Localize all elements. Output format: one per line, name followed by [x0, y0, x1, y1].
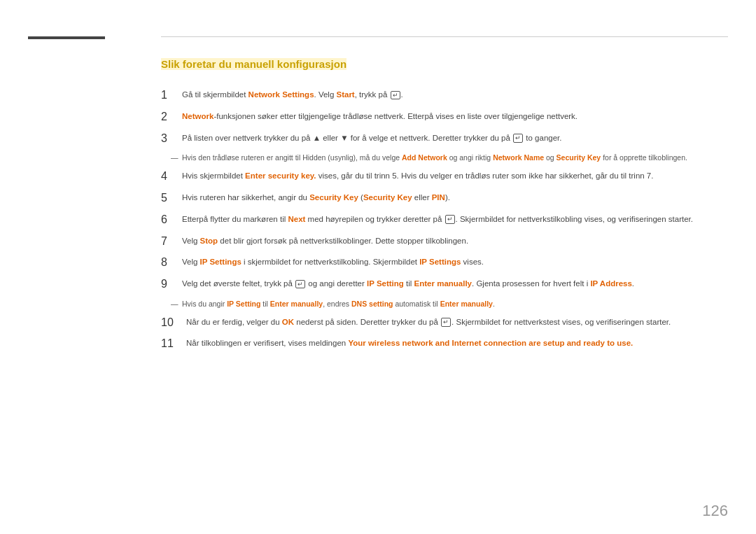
step-2: 2 Network-funksjonen søker etter tilgjen… — [161, 110, 728, 125]
step-7: 7 Velg Stop det blir gjort forsøk på net… — [161, 234, 728, 249]
top-line — [161, 36, 728, 37]
step-5-number: 5 — [161, 191, 182, 206]
step-7-number: 7 — [161, 234, 182, 249]
step-10: 10 Når du er ferdig, velger du OK neders… — [161, 316, 728, 330]
step-9: 9 Velg det øverste feltet, trykk på ↵ og… — [161, 277, 728, 292]
step-4-number: 4 — [161, 169, 182, 184]
step-1-content: Gå til skjermbildet Network Settings. Ve… — [182, 88, 728, 101]
step-3-number: 3 — [161, 132, 182, 146]
page-container: Slik foretar du manuell konfigurasjon 1 … — [0, 0, 756, 534]
step-9-content: Velg det øverste feltet, trykk på ↵ og a… — [182, 277, 728, 290]
step-6-number: 6 — [161, 213, 182, 227]
step-11-number: 11 — [161, 337, 186, 351]
step-8-content: Velg IP Settings i skjermbildet for nett… — [182, 255, 728, 268]
step-10-content: Når du er ferdig, velger du OK nederst p… — [186, 316, 728, 328]
sidebar-bar — [28, 36, 105, 39]
note-2-content: Hvis du angir IP Setting til Enter manua… — [182, 299, 728, 310]
step-1-number: 1 — [161, 88, 182, 103]
step-2-content: Network-funksjonen søker etter tilgjenge… — [182, 110, 728, 122]
title-block: Slik foretar du manuell konfigurasjon — [161, 56, 728, 73]
step-8: 8 Velg IP Settings i skjermbildet for ne… — [161, 255, 728, 270]
step-8-number: 8 — [161, 255, 182, 270]
note-1-content: Hvis den trådløse ruteren er angitt til … — [182, 153, 728, 164]
step-7-content: Velg Stop det blir gjort forsøk på nettv… — [182, 234, 728, 247]
note-2: — Hvis du angir IP Setting til Enter man… — [171, 299, 728, 310]
note-1: — Hvis den trådløse ruteren er angitt ti… — [171, 153, 728, 164]
step-6-content: Etterpå flytter du markøren til Next med… — [182, 213, 728, 225]
main-content: Slik foretar du manuell konfigurasjon 1 … — [161, 49, 728, 506]
step-5: 5 Hvis ruteren har sikkerhet, angir du S… — [161, 191, 728, 206]
step-5-content: Hvis ruteren har sikkerhet, angir du Sec… — [182, 191, 728, 204]
step-9-number: 9 — [161, 277, 182, 292]
page-number: 126 — [702, 502, 728, 520]
step-11-content: Når tilkoblingen er verifisert, vises me… — [186, 337, 728, 349]
step-3-content: På listen over nettverk trykker du på ▲ … — [182, 132, 728, 144]
step-4-content: Hvis skjermbildet Enter security key. vi… — [182, 169, 728, 182]
step-10-number: 10 — [161, 316, 186, 330]
step-3: 3 På listen over nettverk trykker du på … — [161, 132, 728, 146]
step-4: 4 Hvis skjermbildet Enter security key. … — [161, 169, 728, 184]
step-2-number: 2 — [161, 110, 182, 125]
step-1: 1 Gå til skjermbildet Network Settings. … — [161, 88, 728, 103]
step-6: 6 Etterpå flytter du markøren til Next m… — [161, 213, 728, 227]
note-1-dash: — — [171, 153, 182, 164]
section-title: Slik foretar du manuell konfigurasjon — [161, 58, 346, 70]
step-11: 11 Når tilkoblingen er verifisert, vises… — [161, 337, 728, 351]
note-2-dash: — — [171, 299, 182, 310]
